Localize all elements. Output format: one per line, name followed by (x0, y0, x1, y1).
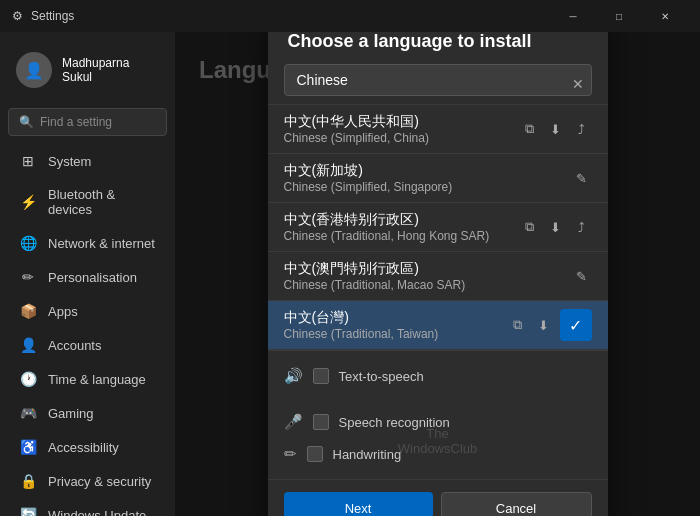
find-setting-search[interactable]: 🔍 Find a setting (8, 108, 167, 136)
lang-text-zh-mo: 中文(澳門特別行政區) Chinese (Traditional, Macao … (284, 260, 572, 292)
speech-icon: ⤴ (572, 119, 592, 139)
lang-text-zh-hk: 中文(香港特别行政区) Chinese (Traditional, Hong K… (284, 211, 520, 243)
lang-icons-zh-tw: ⧉ ⬇ ✓ (508, 309, 592, 341)
lang-zh-name: 中文(澳門特別行政區) (284, 260, 572, 278)
tts-icon: 🔊 (284, 367, 303, 385)
sidebar-item-accounts[interactable]: 👤 Accounts (4, 329, 171, 361)
accounts-icon: 👤 (20, 337, 36, 353)
lang-text-zh-sg: 中文(新加坡) Chinese (Simplified, Singapore) (284, 162, 572, 194)
sidebar-item-label: Personalisation (48, 270, 137, 285)
language-search-input[interactable] (284, 64, 592, 96)
cancel-button[interactable]: Cancel (441, 492, 592, 516)
lang-en-name: Chinese (Simplified, Singapore) (284, 180, 572, 194)
lang-zh-name: 中文(中华人民共和国) (284, 113, 520, 131)
sidebar-item-bluetooth[interactable]: ⚡ Bluetooth & devices (4, 179, 171, 225)
sidebar-item-label: Accessibility (48, 440, 119, 455)
copy-icon: ⧉ (508, 315, 528, 335)
sidebar-item-apps[interactable]: 📦 Apps (4, 295, 171, 327)
handwriting-icon: ✏ (284, 445, 297, 463)
lang-icons-zh-sg: ✎ (572, 168, 592, 188)
features-section: 🔊 Text-to-speech 🎤 Speech recognition ✏ (268, 350, 608, 479)
gaming-icon: 🎮 (20, 405, 36, 421)
speech-icon: ⤴ (572, 217, 592, 237)
sidebar-item-label: Network & internet (48, 236, 155, 251)
hw-checkbox[interactable] (307, 446, 323, 462)
lang-en-name: Chinese (Traditional, Taiwan) (284, 327, 508, 341)
sidebar-item-gaming[interactable]: 🎮 Gaming (4, 397, 171, 429)
settings-body: 👤 Madhuparna Sukul 🔍 Find a setting ⊞ Sy… (0, 32, 700, 516)
sidebar-item-label: Bluetooth & devices (48, 187, 155, 217)
titlebar: ⚙ Settings ─ □ ✕ (0, 0, 700, 32)
titlebar-left: ⚙ Settings (12, 9, 74, 23)
titlebar-controls: ─ □ ✕ (550, 0, 688, 32)
update-icon: 🔄 (20, 507, 36, 516)
time-icon: 🕐 (20, 371, 36, 387)
language-item-zh-cn[interactable]: 中文(中华人民共和国) Chinese (Simplified, China) … (268, 105, 608, 154)
sidebar-item-label: Windows Update (48, 508, 146, 517)
main-content: Language & region Choose a language to i… (175, 32, 700, 516)
sidebar-item-network[interactable]: 🌐 Network & internet (4, 227, 171, 259)
copy-icon: ⧉ (520, 217, 540, 237)
sidebar-item-system[interactable]: ⊞ System (4, 145, 171, 177)
sidebar-item-label: System (48, 154, 91, 169)
feature-sr[interactable]: 🎤 Speech recognition (284, 407, 450, 437)
network-icon: 🌐 (20, 235, 36, 251)
window-title: Settings (31, 9, 74, 23)
language-install-dialog: Choose a language to install ✕ 中文(中华人民共和… (268, 32, 608, 516)
lang-zh-name: 中文(台灣) (284, 309, 508, 327)
download-icon: ⬇ (546, 217, 566, 237)
search-box-container: ✕ (268, 64, 608, 104)
lang-zh-name: 中文(香港特别行政区) (284, 211, 520, 229)
accessibility-icon: ♿ (20, 439, 36, 455)
hw-label: Handwriting (333, 447, 402, 462)
sidebar-item-label: Accounts (48, 338, 101, 353)
tts-label: Text-to-speech (339, 369, 424, 384)
search-clear-button[interactable]: ✕ (572, 76, 584, 92)
language-item-zh-hk[interactable]: 中文(香港特别行政区) Chinese (Traditional, Hong K… (268, 203, 608, 252)
language-item-zh-tw[interactable]: 中文(台灣) Chinese (Traditional, Taiwan) ⧉ ⬇… (268, 301, 608, 350)
sidebar-item-update[interactable]: 🔄 Windows Update (4, 499, 171, 516)
edit-icon: ✎ (572, 266, 592, 286)
lang-en-name: Chinese (Simplified, China) (284, 131, 520, 145)
sidebar-item-accessibility[interactable]: ♿ Accessibility (4, 431, 171, 463)
sr-checkbox[interactable] (313, 414, 329, 430)
selected-check-icon: ✓ (560, 309, 592, 341)
language-item-zh-sg[interactable]: 中文(新加坡) Chinese (Simplified, Singapore) … (268, 154, 608, 203)
next-button[interactable]: Next (284, 492, 433, 516)
close-button[interactable]: ✕ (642, 0, 688, 32)
maximize-button[interactable]: □ (596, 0, 642, 32)
personalisation-icon: ✏ (20, 269, 36, 285)
tts-checkbox[interactable] (313, 368, 329, 384)
sidebar-item-label: Time & language (48, 372, 146, 387)
sr-icon: 🎤 (284, 413, 303, 431)
find-setting-label: Find a setting (40, 115, 112, 129)
sidebar-item-label: Gaming (48, 406, 94, 421)
minimize-button[interactable]: ─ (550, 0, 596, 32)
lang-zh-name: 中文(新加坡) (284, 162, 572, 180)
lang-text-zh-tw: 中文(台灣) Chinese (Traditional, Taiwan) (284, 309, 508, 341)
dialog-title: Choose a language to install (268, 32, 608, 64)
user-section: 👤 Madhuparna Sukul (0, 40, 175, 100)
sidebar-item-privacy[interactable]: 🔒 Privacy & security (4, 465, 171, 497)
copy-icon: ⧉ (520, 119, 540, 139)
lang-icons-zh-mo: ✎ (572, 266, 592, 286)
sidebar-item-time[interactable]: 🕐 Time & language (4, 363, 171, 395)
edit-icon: ✎ (572, 168, 592, 188)
sidebar: 👤 Madhuparna Sukul 🔍 Find a setting ⊞ Sy… (0, 32, 175, 516)
privacy-icon: 🔒 (20, 473, 36, 489)
sidebar-item-label: Privacy & security (48, 474, 151, 489)
language-item-zh-mo[interactable]: 中文(澳門特別行政區) Chinese (Traditional, Macao … (268, 252, 608, 301)
search-icon: 🔍 (19, 115, 34, 129)
apps-icon: 📦 (20, 303, 36, 319)
sidebar-item-personalisation[interactable]: ✏ Personalisation (4, 261, 171, 293)
lang-en-name: Chinese (Traditional, Macao SAR) (284, 278, 572, 292)
user-name: Madhuparna Sukul (62, 56, 159, 84)
feature-tts[interactable]: 🔊 Text-to-speech (284, 361, 424, 391)
download-icon: ⬇ (546, 119, 566, 139)
lang-icons-zh-hk: ⧉ ⬇ ⤴ (520, 217, 592, 237)
sidebar-item-label: Apps (48, 304, 78, 319)
sr-label: Speech recognition (339, 415, 450, 430)
feature-handwriting[interactable]: ✏ Handwriting (284, 439, 592, 469)
avatar: 👤 (16, 52, 52, 88)
settings-window: ⚙ Settings ─ □ ✕ 👤 Madhuparna Sukul 🔍 Fi… (0, 0, 700, 516)
